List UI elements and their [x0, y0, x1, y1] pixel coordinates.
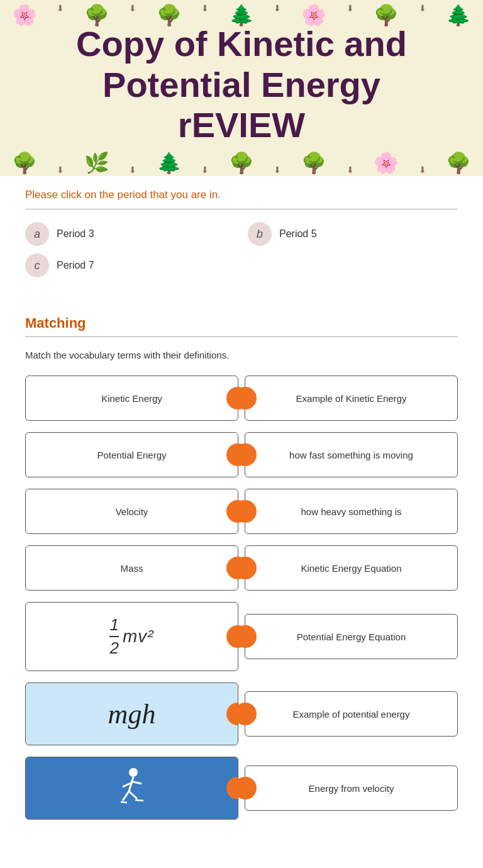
- term-skier-image[interactable]: [25, 757, 238, 820]
- def-example-pe[interactable]: Example of potential energy: [245, 691, 458, 737]
- dot-left-example-ke[interactable]: [234, 387, 257, 409]
- match-right-how-heavy: how heavy something is: [245, 489, 458, 534]
- term-ke-formula[interactable]: 1 2 mv²: [25, 602, 238, 671]
- skier-icon: [113, 766, 151, 810]
- matching-instruction: Match the vocabulary terms with their de…: [25, 350, 458, 360]
- match-left-velocity: Velocity: [25, 489, 238, 534]
- match-left-ke-formula: 1 2 mv²: [25, 602, 238, 671]
- match-right-how-fast: how fast something is moving: [245, 432, 458, 477]
- match-row-5: 1 2 mv² Potential Energy Equation: [25, 602, 458, 671]
- svg-line-5: [133, 782, 142, 784]
- match-row-3: Velocity how heavy something is: [25, 489, 458, 534]
- tree-icon: 🌳: [374, 3, 399, 27]
- header-section: 🌸 ⬇ 🌳 ⬇ 🌳 ⬇ 🌲 ⬇ 🌸 ⬇ 🌳 ⬇ 🌲 Copy of Kineti…: [0, 0, 483, 176]
- tree-icon: 🌲: [229, 3, 254, 27]
- match-row-1: Kinetic Energy Example of Kinetic Energy: [25, 376, 458, 421]
- period-3-option[interactable]: a Period 3: [25, 222, 235, 246]
- period-5-label: Period 5: [279, 228, 317, 240]
- option-badge-b: b: [248, 222, 272, 246]
- period-5-option[interactable]: b Period 5: [248, 222, 458, 246]
- term-mgh-formula[interactable]: mgh: [25, 682, 238, 745]
- tree-icon: 🌳: [301, 151, 326, 175]
- dot-left-how-heavy[interactable]: [234, 500, 257, 523]
- tree-icon: 🌸: [374, 151, 399, 175]
- tree-icon: 🌳: [157, 3, 182, 27]
- match-left-mgh: mgh: [25, 682, 238, 745]
- tree-icon: 🌳: [84, 3, 109, 27]
- option-badge-a: a: [25, 222, 49, 246]
- def-how-fast[interactable]: how fast something is moving: [245, 432, 458, 477]
- svg-line-2: [123, 791, 129, 801]
- match-row-6: mgh Example of potential energy: [25, 682, 458, 745]
- divider: [25, 209, 458, 209]
- matching-title: Matching: [25, 315, 458, 331]
- tree-icon: 🌲: [446, 3, 471, 27]
- match-right-ke-equation: Kinetic Energy Equation: [245, 545, 458, 591]
- svg-line-3: [129, 791, 137, 799]
- period-7-label: Period 7: [57, 260, 94, 271]
- tree-icon: 🌳: [446, 151, 471, 175]
- def-example-kinetic-energy[interactable]: Example of Kinetic Energy: [245, 376, 458, 421]
- svg-point-0: [129, 768, 138, 777]
- option-badge-c: c: [25, 253, 49, 277]
- dot-left-how-fast[interactable]: [234, 443, 257, 466]
- mgh-text: mgh: [108, 698, 156, 730]
- term-mass[interactable]: Mass: [25, 545, 238, 591]
- svg-line-7: [135, 800, 143, 801]
- match-left-mass: Mass: [25, 545, 238, 591]
- match-right-pe-equation: Potential Energy Equation: [245, 614, 458, 659]
- tree-icon: 🌲: [157, 151, 182, 175]
- term-velocity[interactable]: Velocity: [25, 489, 238, 534]
- period-3-label: Period 3: [57, 228, 94, 240]
- fraction-half: 1 2: [109, 615, 118, 658]
- match-right-energy-velocity: Energy from velocity: [245, 765, 458, 811]
- dot-left-pe-equation[interactable]: [234, 625, 257, 648]
- period-prompt: Please click on the period that you are …: [25, 189, 458, 201]
- period-section: Please click on the period that you are …: [0, 176, 483, 303]
- svg-line-6: [121, 802, 127, 803]
- match-right-example-pe: Example of potential energy: [245, 691, 458, 737]
- period-options-grid: a Period 3 b Period 5 c Period 7: [25, 222, 458, 277]
- match-left-skier: [25, 757, 238, 820]
- tree-icon: 🌸: [301, 3, 326, 27]
- def-how-heavy[interactable]: how heavy something is: [245, 489, 458, 534]
- match-row-2: Potential Energy how fast something is m…: [25, 432, 458, 477]
- bottom-tree-row: 🌳 ⬇ 🌿 ⬇ 🌲 ⬇ 🌳 ⬇ 🌳 ⬇ 🌸 ⬇ 🌳: [0, 151, 483, 176]
- dot-left-example-pe[interactable]: [234, 703, 257, 725]
- page-title: Copy of Kinetic and Potential Energy rEV…: [50, 24, 433, 145]
- tree-icon: 🌿: [84, 151, 109, 175]
- tree-icon: 🌸: [12, 3, 37, 27]
- term-kinetic-energy[interactable]: Kinetic Energy: [25, 376, 238, 421]
- tree-icon: 🌳: [12, 151, 37, 175]
- match-row-4: Mass Kinetic Energy Equation: [25, 545, 458, 591]
- term-potential-energy[interactable]: Potential Energy: [25, 432, 238, 477]
- def-pe-equation[interactable]: Potential Energy Equation: [245, 614, 458, 659]
- dot-left-ke-equation[interactable]: [234, 557, 257, 579]
- match-right-example-ke: Example of Kinetic Energy: [245, 376, 458, 421]
- tree-icon: 🌳: [229, 151, 254, 175]
- period-7-option[interactable]: c Period 7: [25, 253, 235, 277]
- match-row-7: Energy from velocity: [25, 757, 458, 820]
- def-ke-equation[interactable]: Kinetic Energy Equation: [245, 545, 458, 591]
- top-tree-row: 🌸 ⬇ 🌳 ⬇ 🌳 ⬇ 🌲 ⬇ 🌸 ⬇ 🌳 ⬇ 🌲: [0, 0, 483, 27]
- divider-matching: [25, 337, 458, 337]
- matching-section: Matching Match the vocabulary terms with…: [0, 303, 483, 843]
- match-left-potential-energy: Potential Energy: [25, 432, 238, 477]
- match-left-kinetic-energy: Kinetic Energy: [25, 376, 238, 421]
- dot-left-energy-velocity[interactable]: [234, 777, 257, 799]
- def-energy-from-velocity[interactable]: Energy from velocity: [245, 765, 458, 811]
- formula-mv2: mv²: [123, 626, 154, 647]
